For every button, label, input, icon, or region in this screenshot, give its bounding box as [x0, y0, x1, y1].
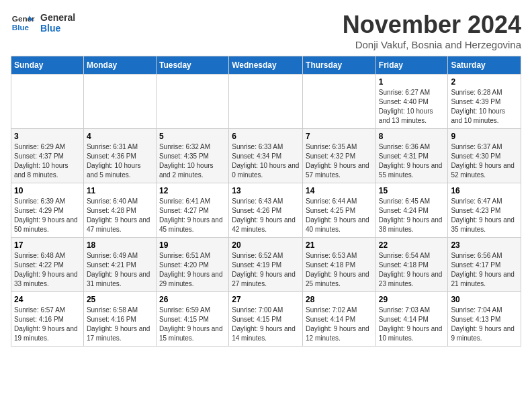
weekday-header-row: SundayMondayTuesdayWednesdayThursdayFrid… [11, 56, 521, 75]
calendar-table: SundayMondayTuesdayWednesdayThursdayFrid… [11, 56, 521, 347]
day-info: Sunrise: 6:41 AM Sunset: 4:27 PM Dayligh… [159, 197, 226, 234]
day-info: Sunrise: 6:51 AM Sunset: 4:20 PM Dayligh… [159, 251, 226, 289]
calendar-cell: 22Sunrise: 6:54 AM Sunset: 4:18 PM Dayli… [375, 238, 448, 292]
calendar-cell: 17Sunrise: 6:48 AM Sunset: 4:22 PM Dayli… [11, 238, 84, 292]
day-number: 16 [451, 186, 518, 195]
day-info: Sunrise: 7:00 AM Sunset: 4:15 PM Dayligh… [232, 306, 300, 343]
day-number: 5 [159, 132, 226, 141]
calendar-week-row: 17Sunrise: 6:48 AM Sunset: 4:22 PM Dayli… [11, 238, 521, 292]
calendar-cell [229, 75, 303, 129]
calendar-cell: 12Sunrise: 6:41 AM Sunset: 4:27 PM Dayli… [156, 183, 228, 238]
day-number: 18 [87, 240, 153, 250]
calendar-cell [83, 75, 156, 129]
calendar-cell: 8Sunrise: 6:36 AM Sunset: 4:31 PM Daylig… [375, 129, 448, 183]
calendar-cell: 25Sunrise: 6:58 AM Sunset: 4:16 PM Dayli… [83, 292, 156, 347]
day-info: Sunrise: 6:47 AM Sunset: 4:23 PM Dayligh… [451, 197, 518, 234]
weekday-header-tuesday: Tuesday [156, 56, 228, 75]
weekday-header-monday: Monday [83, 56, 156, 75]
day-number: 19 [159, 240, 226, 250]
day-info: Sunrise: 6:43 AM Sunset: 4:26 PM Dayligh… [232, 197, 300, 234]
day-info: Sunrise: 6:56 AM Sunset: 4:17 PM Dayligh… [451, 251, 518, 289]
day-number: 2 [451, 77, 518, 87]
day-number: 30 [451, 295, 518, 304]
day-number: 12 [159, 186, 226, 195]
day-number: 4 [87, 132, 153, 141]
day-number: 15 [379, 186, 445, 195]
logo-text-blue: Blue [40, 23, 75, 34]
calendar-cell: 18Sunrise: 6:49 AM Sunset: 4:21 PM Dayli… [83, 238, 156, 292]
calendar-cell: 26Sunrise: 6:59 AM Sunset: 4:15 PM Dayli… [156, 292, 228, 347]
day-number: 8 [379, 132, 445, 141]
day-number: 13 [232, 186, 300, 195]
day-number: 21 [306, 240, 373, 250]
day-number: 7 [306, 132, 373, 141]
day-info: Sunrise: 6:52 AM Sunset: 4:19 PM Dayligh… [232, 251, 300, 289]
calendar-cell: 3Sunrise: 6:29 AM Sunset: 4:37 PM Daylig… [11, 129, 84, 183]
weekday-header-saturday: Saturday [448, 56, 521, 75]
calendar-week-row: 1Sunrise: 6:27 AM Sunset: 4:40 PM Daylig… [11, 75, 521, 129]
day-info: Sunrise: 6:33 AM Sunset: 4:34 PM Dayligh… [232, 142, 300, 180]
weekday-header-thursday: Thursday [303, 56, 376, 75]
day-number: 1 [379, 77, 445, 87]
day-info: Sunrise: 6:53 AM Sunset: 4:18 PM Dayligh… [306, 251, 373, 289]
calendar-cell [156, 75, 228, 129]
day-info: Sunrise: 7:04 AM Sunset: 4:13 PM Dayligh… [451, 306, 518, 343]
calendar-cell [11, 75, 84, 129]
svg-text:Blue: Blue [12, 23, 30, 32]
day-number: 9 [451, 132, 518, 141]
calendar-cell: 15Sunrise: 6:45 AM Sunset: 4:24 PM Dayli… [375, 183, 448, 238]
calendar-cell: 29Sunrise: 7:03 AM Sunset: 4:14 PM Dayli… [375, 292, 448, 347]
day-number: 20 [232, 240, 300, 250]
day-number: 3 [14, 132, 81, 141]
calendar-cell: 6Sunrise: 6:33 AM Sunset: 4:34 PM Daylig… [229, 129, 303, 183]
logo-text-general: General [40, 12, 75, 23]
header: General Blue General Blue November 2024 … [11, 11, 521, 50]
day-info: Sunrise: 6:31 AM Sunset: 4:36 PM Dayligh… [87, 142, 153, 180]
logo-icon: General Blue [11, 11, 35, 35]
day-info: Sunrise: 6:59 AM Sunset: 4:15 PM Dayligh… [159, 306, 226, 343]
calendar-cell: 11Sunrise: 6:40 AM Sunset: 4:28 PM Dayli… [83, 183, 156, 238]
day-number: 23 [451, 240, 518, 250]
calendar-cell: 27Sunrise: 7:00 AM Sunset: 4:15 PM Dayli… [229, 292, 303, 347]
month-title: November 2024 [343, 11, 521, 39]
day-number: 17 [14, 240, 81, 250]
calendar-week-row: 24Sunrise: 6:57 AM Sunset: 4:16 PM Dayli… [11, 292, 521, 347]
calendar-cell: 30Sunrise: 7:04 AM Sunset: 4:13 PM Dayli… [448, 292, 521, 347]
day-info: Sunrise: 6:54 AM Sunset: 4:18 PM Dayligh… [379, 251, 445, 289]
calendar-cell: 7Sunrise: 6:35 AM Sunset: 4:32 PM Daylig… [303, 129, 376, 183]
day-info: Sunrise: 6:35 AM Sunset: 4:32 PM Dayligh… [306, 142, 373, 180]
day-info: Sunrise: 6:28 AM Sunset: 4:39 PM Dayligh… [451, 88, 518, 126]
calendar-cell: 1Sunrise: 6:27 AM Sunset: 4:40 PM Daylig… [375, 75, 448, 129]
calendar-cell: 28Sunrise: 7:02 AM Sunset: 4:14 PM Dayli… [303, 292, 376, 347]
calendar-cell: 23Sunrise: 6:56 AM Sunset: 4:17 PM Dayli… [448, 238, 521, 292]
day-info: Sunrise: 6:58 AM Sunset: 4:16 PM Dayligh… [87, 306, 153, 343]
calendar-cell: 4Sunrise: 6:31 AM Sunset: 4:36 PM Daylig… [83, 129, 156, 183]
calendar-cell: 10Sunrise: 6:39 AM Sunset: 4:29 PM Dayli… [11, 183, 84, 238]
location-subtitle: Donji Vakuf, Bosnia and Herzegovina [343, 39, 521, 50]
calendar-week-row: 3Sunrise: 6:29 AM Sunset: 4:37 PM Daylig… [11, 129, 521, 183]
day-info: Sunrise: 6:29 AM Sunset: 4:37 PM Dayligh… [14, 142, 81, 180]
day-info: Sunrise: 6:37 AM Sunset: 4:30 PM Dayligh… [451, 142, 518, 180]
logo: General Blue General Blue [11, 11, 75, 35]
calendar-cell: 19Sunrise: 6:51 AM Sunset: 4:20 PM Dayli… [156, 238, 228, 292]
day-number: 29 [379, 295, 445, 304]
day-info: Sunrise: 6:49 AM Sunset: 4:21 PM Dayligh… [87, 251, 153, 289]
day-info: Sunrise: 7:02 AM Sunset: 4:14 PM Dayligh… [306, 306, 373, 343]
day-number: 28 [306, 295, 373, 304]
day-number: 6 [232, 132, 300, 141]
day-info: Sunrise: 6:48 AM Sunset: 4:22 PM Dayligh… [14, 251, 81, 289]
day-info: Sunrise: 6:27 AM Sunset: 4:40 PM Dayligh… [379, 88, 445, 126]
day-number: 24 [14, 295, 81, 304]
calendar-cell: 5Sunrise: 6:32 AM Sunset: 4:35 PM Daylig… [156, 129, 228, 183]
calendar-cell: 2Sunrise: 6:28 AM Sunset: 4:39 PM Daylig… [448, 75, 521, 129]
day-number: 10 [14, 186, 81, 195]
calendar-cell: 14Sunrise: 6:44 AM Sunset: 4:25 PM Dayli… [303, 183, 376, 238]
calendar-week-row: 10Sunrise: 6:39 AM Sunset: 4:29 PM Dayli… [11, 183, 521, 238]
day-number: 11 [87, 186, 153, 195]
day-info: Sunrise: 6:39 AM Sunset: 4:29 PM Dayligh… [14, 197, 81, 234]
calendar-cell: 21Sunrise: 6:53 AM Sunset: 4:18 PM Dayli… [303, 238, 376, 292]
day-info: Sunrise: 6:57 AM Sunset: 4:16 PM Dayligh… [14, 306, 81, 343]
calendar-cell: 9Sunrise: 6:37 AM Sunset: 4:30 PM Daylig… [448, 129, 521, 183]
day-number: 22 [379, 240, 445, 250]
day-number: 14 [306, 186, 373, 195]
